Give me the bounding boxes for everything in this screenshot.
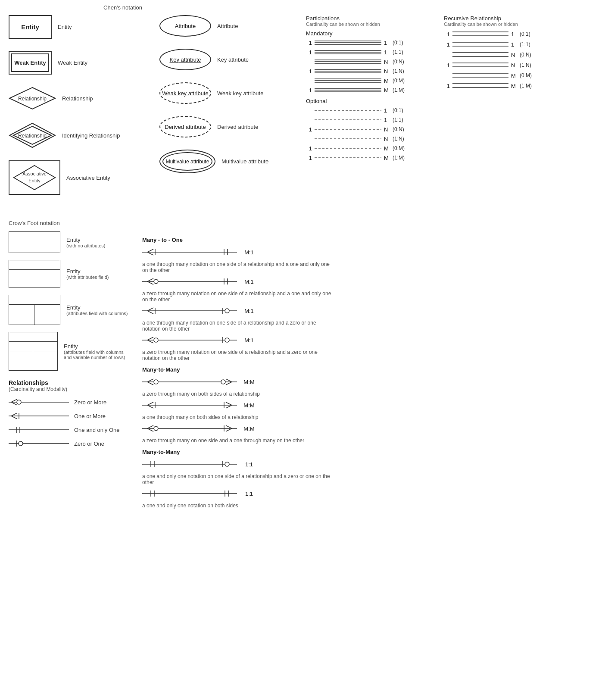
cf-entity-cols-symbol [9, 295, 60, 325]
cf-entity-attrs-row: Entity (with attributes field) [9, 260, 129, 288]
svg-text:Relationship: Relationship [18, 133, 47, 139]
cf-entity-varrows-row: Entity (attributes field with columns an… [9, 332, 129, 371]
rec-1m-row: 1 M (1:M) [444, 82, 547, 90]
mm-row2: M:M [142, 400, 332, 410]
cf-entity-attrs-symbol [9, 260, 60, 288]
one-only-label: One and only One [74, 427, 120, 433]
svg-line-97 [147, 425, 153, 428]
one-to-one-header-label: Many-to-Many [142, 449, 332, 455]
mand-1n-line [315, 68, 381, 75]
key-attribute-symbol: Key attribute [159, 49, 211, 70]
many-to-many-label: Many-to-Many [142, 366, 332, 373]
svg-line-101 [226, 428, 232, 431]
svg-text:Entity: Entity [28, 178, 41, 183]
rec-1m-line [452, 82, 508, 90]
svg-line-90 [147, 402, 153, 405]
assoc-entity-row: Associative Entity Associative Entity [9, 160, 155, 195]
cf-entity-varrows-sublabel: (attributes field with columns and varia… [64, 350, 129, 360]
cf-entity-varrows-symbol [9, 332, 58, 371]
svg-point-99 [154, 426, 158, 431]
weak-key-attribute-label: Weak key attribute [217, 90, 263, 97]
m1-line3 [142, 306, 237, 316]
recursive-header: Recursive Relationship [444, 15, 547, 22]
crowsfoot-header: Crow's Foot notation [9, 220, 596, 226]
one-more-label: One or More [74, 413, 106, 419]
cf-entity-simple-symbol [9, 231, 60, 253]
svg-line-91 [147, 405, 153, 408]
rec-1n-row: 1 N (1:N) [444, 61, 547, 69]
assoc-entity-symbol: Associative Entity [13, 165, 56, 191]
m1-row3: M:1 [142, 306, 332, 316]
identifying-rel-row: Relationship Identifying Relationship [9, 122, 155, 148]
mand-0m-line [315, 77, 381, 84]
weak-entity-text: Weak Entity [14, 59, 46, 66]
recursive-section: Recursive Relationship Cardinality can b… [444, 15, 547, 164]
svg-point-88 [221, 380, 225, 384]
mand-1m-row: 1 M (1:M) [306, 87, 427, 94]
cf-entity-attrs-label: Entity [66, 268, 109, 275]
derived-attr-row: Derived attribute Derived attribute [159, 116, 306, 138]
derived-attribute-symbol: Derived attribute [159, 116, 211, 138]
relationships-label: Relationships [9, 379, 129, 386]
svg-point-79 [154, 338, 158, 342]
weak-entity-symbol: Weak Entity [9, 51, 52, 75]
mand-1m-line [315, 87, 381, 94]
m1-desc3: a one through many notation on one side … [142, 320, 332, 332]
11-line1 [142, 459, 237, 469]
opt-0n-line [315, 126, 381, 133]
entity-text: Entity [21, 23, 39, 31]
svg-line-71 [147, 308, 153, 311]
multivalue-attr-row: Multivalue attribute Multivalue attribut… [159, 150, 306, 173]
zero-one-label: Zero or One [74, 441, 104, 447]
mm-desc2: a one through many on both sides of a re… [142, 414, 332, 420]
cf-entity-simple-sublabel: (with no attributes) [66, 243, 105, 248]
opt-1m-row: 1 M (1:M) [306, 154, 427, 161]
svg-line-65 [147, 278, 153, 281]
cf-entities-column: Entity (with no attributes) Entity (with… [9, 231, 129, 512]
participations-column: Participations Cardinality can be shown … [306, 15, 596, 207]
chens-header: Chen's notation [9, 4, 237, 11]
svg-text:Associative: Associative [22, 171, 47, 176]
entity-label: Entity [58, 24, 72, 30]
one-only-row: One and only One [9, 425, 129, 434]
svg-line-77 [147, 337, 153, 340]
m1-line4 [142, 335, 237, 345]
opt-01-line [315, 107, 381, 114]
one-more-symbol [9, 411, 69, 421]
zero-one-row: Zero or One [9, 439, 129, 448]
derived-attribute-text: Derived attribute [165, 124, 206, 130]
rec-0n-row: N (0:N) [444, 51, 547, 59]
svg-point-81 [225, 338, 229, 342]
participations-header: Participations [306, 15, 427, 22]
svg-line-66 [147, 281, 153, 284]
mand-0n-row: N (0:N) [306, 58, 427, 65]
one-more-row: One or More [9, 411, 129, 421]
opt-1m-line [315, 154, 381, 161]
mand-11-line [315, 49, 381, 56]
cf-entity-varrows-label: Entity [64, 343, 129, 350]
key-attribute-text: Key attribute [170, 56, 201, 63]
weak-key-attribute-text: Weak key attribute [162, 90, 208, 97]
svg-line-100 [226, 425, 232, 428]
cf-relationships-column: Many - to - One M:1 a one through many n… [142, 231, 332, 512]
11-desc1: a one and only one notation on one side … [142, 473, 332, 485]
rec-01-line [452, 30, 508, 38]
svg-point-47 [17, 400, 21, 404]
weak-entity-row: Weak Entity Weak Entity [9, 51, 155, 75]
rec-0m-row: M (0:M) [444, 72, 547, 79]
svg-line-78 [147, 340, 153, 343]
opt-0m-line [315, 145, 381, 152]
mm-row1: M:M [142, 377, 332, 387]
rec-11-line [452, 41, 508, 48]
svg-line-72 [147, 311, 153, 314]
mand-0m-row: M (0:M) [306, 77, 427, 84]
mm-line3 [142, 424, 237, 433]
mand-11-row: 1 1 (1:1) [306, 49, 427, 56]
cf-entity-cols-label: Entity [66, 304, 128, 311]
chens-entities-column: Entity Entity Weak Entity Weak Entity Re… [9, 15, 155, 207]
weak-entity-label: Weak Entity [58, 59, 87, 66]
zero-more-symbol [9, 397, 69, 407]
identifying-rel-label: Identifying Relationship [62, 132, 120, 139]
many-to-one-label: Many - to - One [142, 237, 332, 243]
attribute-label: Attribute [217, 23, 238, 29]
